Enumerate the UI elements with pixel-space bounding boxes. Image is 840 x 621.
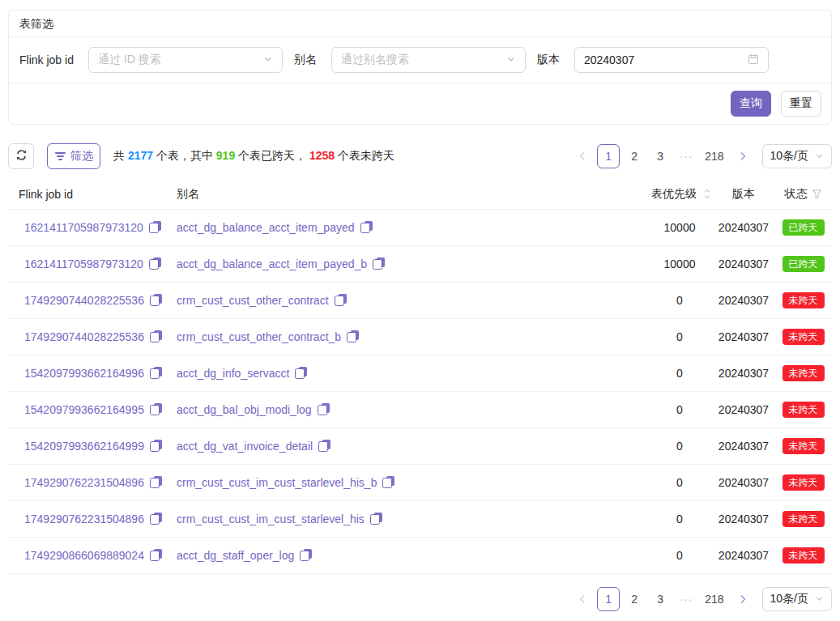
refresh-button[interactable]: [8, 143, 34, 169]
cell-priority: 10000: [632, 257, 713, 270]
cell-flink-job-id: 1621411705987973120: [8, 257, 166, 270]
alias-link[interactable]: acct_dg_balance_acct_item_payed: [177, 221, 355, 234]
flink-job-id-placeholder: 通过 ID 搜索: [98, 53, 263, 67]
pagination-next[interactable]: [731, 587, 754, 611]
filter-item-version: 版本 20240307: [537, 47, 769, 73]
pagination-ellipsis: ···: [675, 144, 697, 168]
table-row: 1749290762231504896 crm_cust_cust_im_cus…: [8, 465, 832, 501]
pagination-next[interactable]: [731, 144, 754, 168]
copy-icon[interactable]: [373, 257, 385, 270]
alias-link[interactable]: acct_dg_bal_obj_modi_log: [177, 403, 312, 416]
pagination-page-2[interactable]: 2: [623, 587, 646, 611]
flink-job-id-link[interactable]: 1621411705987973120: [24, 257, 143, 270]
cell-priority: 0: [632, 330, 713, 343]
flink-job-id-link[interactable]: 1749290744028225536: [24, 330, 144, 343]
pagination-prev[interactable]: [571, 144, 594, 168]
copy-icon[interactable]: [150, 403, 162, 415]
reset-button[interactable]: 重置: [781, 91, 821, 117]
table-row: 1542097993662164996 acct_dg_info_servacc…: [8, 355, 832, 392]
filter-card-title: 表筛选: [19, 17, 53, 30]
flink-job-id-select[interactable]: 通过 ID 搜索: [88, 47, 283, 73]
cell-alias: acct_dg_vat_invoice_detail: [166, 440, 632, 453]
column-header-version[interactable]: 版本: [713, 187, 774, 202]
alias-link[interactable]: crm_cust_cust_im_cust_starlevel_his: [177, 513, 365, 525]
alias-select[interactable]: 通过别名搜索: [331, 47, 526, 73]
copy-icon[interactable]: [150, 294, 162, 306]
alias-link[interactable]: acct_dg_info_servacct: [177, 367, 289, 380]
alias-link[interactable]: acct_dg_vat_invoice_detail: [177, 440, 313, 453]
sort-icon[interactable]: [703, 188, 711, 200]
table-row: 1749290866069889024 acct_dg_staff_oper_l…: [8, 538, 832, 574]
cell-status: 未跨天: [774, 474, 832, 491]
query-button[interactable]: 查询: [731, 91, 771, 117]
pagination-page-2[interactable]: 2: [623, 144, 646, 168]
pagination-bottom: 123···21810条/页: [8, 587, 832, 611]
page-size-select[interactable]: 10条/页: [762, 587, 832, 611]
flink-job-id-link[interactable]: 1621411705987973120: [24, 221, 143, 234]
copy-icon[interactable]: [370, 513, 382, 525]
cell-flink-job-id: 1542097993662164995: [8, 403, 166, 416]
column-header-priority-label: 表优先级: [651, 187, 697, 202]
cell-version: 20240307: [713, 476, 774, 489]
flink-job-id-link[interactable]: 1749290762231504896: [24, 476, 144, 489]
pagination-page-218[interactable]: 218: [701, 587, 727, 611]
column-header-status[interactable]: 状态: [774, 187, 832, 202]
cell-alias: acct_dg_bal_obj_modi_log: [166, 403, 632, 416]
cell-status: 未跨天: [774, 292, 832, 308]
filter-funnel-icon[interactable]: [812, 189, 822, 199]
flink-job-id-link[interactable]: 1749290744028225536: [24, 294, 144, 307]
copy-icon[interactable]: [318, 440, 330, 452]
table-body: 1621411705987973120 acct_dg_balance_acct…: [8, 210, 832, 574]
copy-icon[interactable]: [149, 221, 161, 233]
flink-job-id-link[interactable]: 1542097993662164996: [24, 367, 144, 380]
version-date-input[interactable]: 20240307: [574, 47, 769, 73]
pagination-prev[interactable]: [571, 587, 594, 611]
alias-link[interactable]: acct_dg_staff_oper_log: [177, 549, 294, 562]
copy-icon[interactable]: [150, 367, 162, 379]
flink-job-id-link[interactable]: 1749290762231504896: [24, 513, 144, 525]
pagination-page-1[interactable]: 1: [597, 587, 620, 611]
page-size-value: 10条/页: [770, 592, 808, 606]
flink-job-id-link[interactable]: 1542097993662164999: [24, 440, 144, 453]
flink-job-id-link[interactable]: 1749290866069889024: [24, 549, 144, 562]
column-header-flink-job-id[interactable]: Flink job id: [8, 188, 166, 201]
alias-link[interactable]: crm_cust_cust_im_cust_starlevel_his_b: [177, 476, 377, 489]
copy-icon[interactable]: [360, 221, 373, 233]
alias-link[interactable]: acct_dg_balance_acct_item_payed_b: [177, 257, 367, 270]
pagination-page-3[interactable]: 3: [649, 587, 672, 611]
cell-status: 未跨天: [774, 402, 832, 418]
pagination-page-1[interactable]: 1: [597, 144, 620, 168]
pagination-page-3[interactable]: 3: [649, 144, 672, 168]
copy-icon[interactable]: [150, 330, 162, 342]
cell-version: 20240307: [713, 513, 774, 525]
copy-icon[interactable]: [335, 294, 347, 306]
cell-alias: crm_cust_cust_im_cust_starlevel_his_b: [166, 476, 632, 489]
alias-link[interactable]: crm_cust_cust_other_contract: [177, 294, 329, 307]
cell-flink-job-id: 1542097993662164999: [8, 440, 166, 453]
filter-item-alias: 别名 通过别名搜索: [294, 47, 526, 73]
status-badge: 已跨天: [782, 256, 825, 272]
pagination-page-218[interactable]: 218: [701, 144, 727, 168]
cell-alias: acct_dg_info_servacct: [166, 367, 632, 380]
status-badge: 未跨天: [782, 402, 825, 418]
copy-icon[interactable]: [150, 440, 162, 452]
copy-icon[interactable]: [300, 549, 312, 561]
filter-actions: 查询 重置: [9, 83, 831, 124]
flink-job-id-link[interactable]: 1542097993662164995: [24, 403, 144, 416]
copy-icon[interactable]: [150, 513, 162, 525]
copy-icon[interactable]: [150, 476, 162, 488]
filter-form: Flink job id 通过 ID 搜索 别名 通过别名搜索 版本 20240…: [9, 37, 831, 83]
column-header-alias[interactable]: 别名: [166, 187, 632, 202]
page-size-select[interactable]: 10条/页: [762, 144, 832, 168]
copy-icon[interactable]: [318, 403, 330, 415]
alias-link[interactable]: crm_cust_cust_other_contract_b: [177, 330, 341, 343]
copy-icon[interactable]: [347, 330, 359, 342]
copy-icon[interactable]: [149, 257, 161, 270]
copy-icon[interactable]: [150, 549, 162, 561]
copy-icon[interactable]: [295, 367, 307, 379]
filter-toggle-button[interactable]: 筛选: [47, 143, 100, 169]
table-row: 1621411705987973120 acct_dg_balance_acct…: [8, 210, 832, 246]
cell-priority: 0: [632, 440, 713, 453]
copy-icon[interactable]: [382, 476, 394, 488]
column-header-priority[interactable]: 表优先级: [632, 187, 713, 202]
